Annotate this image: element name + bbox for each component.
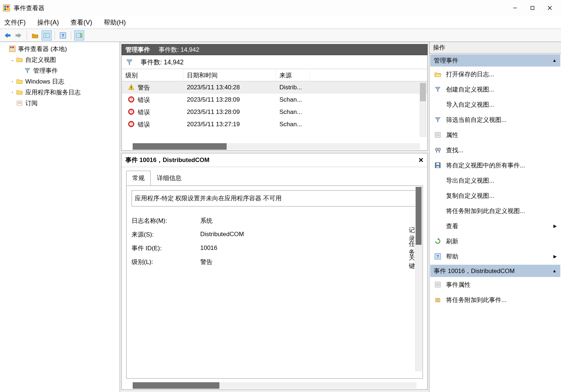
collapse-icon[interactable]: ⌄ — [9, 57, 15, 63]
svg-rect-18 — [80, 33, 82, 38]
action-item[interactable]: 将任务附加到此事件... — [430, 292, 560, 307]
prop-level: 级别(L): 警告 关键 — [132, 255, 417, 269]
action-item[interactable]: 创建自定义视图... — [430, 82, 560, 97]
action-item[interactable]: ?帮助▶ — [430, 249, 560, 264]
svg-text:!: ! — [130, 122, 132, 126]
section-title: 管理事件 — [434, 56, 458, 65]
tree-root[interactable]: 事件查看器 (本地) — [0, 43, 120, 54]
action-label: 复制自定义视图... — [446, 192, 494, 200]
action-item[interactable]: 查找... — [430, 142, 560, 158]
section-title: 事件 10016，DistributedCOM — [434, 267, 515, 275]
action-item[interactable]: 筛选当前自定义视图... — [430, 112, 560, 127]
svg-rect-12 — [16, 34, 19, 37]
row-date: 2023/5/11 13:40:28 — [183, 84, 276, 91]
toolbar: ? — [0, 29, 561, 42]
svg-text:?: ? — [436, 254, 439, 259]
action-label: 创建自定义视图... — [446, 85, 494, 94]
back-button[interactable] — [2, 30, 12, 41]
action-item[interactable]: 打开保存的日志... — [430, 67, 560, 82]
forward-button[interactable] — [14, 30, 24, 41]
detail-description: 应用程序-特定 权限设置并未向在应用程序容器 不可用 — [132, 190, 417, 206]
action-item[interactable]: 查看▶ — [430, 218, 560, 234]
tab-general[interactable]: 常规 — [126, 171, 151, 186]
folder-open-icon — [434, 70, 442, 78]
menu-view[interactable]: 查看(V) — [69, 17, 94, 27]
event-row[interactable]: !错误2023/5/11 13:28:09Schan... — [122, 106, 427, 118]
event-row[interactable]: !错误2023/5/11 13:28:09Schan... — [122, 94, 427, 106]
filter-row: 事件数: 14,942 — [122, 55, 427, 69]
collapse-icon: ▲ — [552, 268, 557, 273]
row-date: 2023/5/11 13:27:19 — [183, 121, 276, 128]
help-icon[interactable]: ? — [58, 30, 68, 41]
blank — [2, 46, 8, 52]
action-item[interactable]: 导出自定义视图... — [430, 173, 560, 188]
action-label: 筛选当前自定义视图... — [446, 116, 506, 124]
tree-app-service-logs[interactable]: › 应用程序和服务日志 — [0, 87, 120, 98]
action-label: 查找... — [446, 146, 463, 154]
menu-file[interactable]: 文件(F) — [3, 17, 27, 27]
maximize-button[interactable] — [524, 2, 541, 14]
console-tree-icon[interactable] — [42, 30, 52, 41]
col-level[interactable]: 级别 — [122, 69, 183, 81]
find-icon — [434, 146, 442, 154]
tree-admin-events[interactable]: 管理事件 — [0, 65, 120, 76]
row-source: Schan... — [276, 108, 310, 116]
detail-title: 事件 10016，DistributedCOM — [125, 156, 209, 164]
col-source[interactable]: 来源 — [276, 69, 310, 81]
tree-label: 订阅 — [25, 99, 38, 107]
actions-section-2[interactable]: 事件 10016，DistributedCOM ▲ — [430, 265, 560, 277]
event-detail: 事件 10016，DistributedCOM ✕ 常规 详细信息 应用程序-特… — [121, 153, 428, 390]
blank-icon — [434, 207, 442, 215]
vertical-scrollbar[interactable] — [420, 83, 426, 137]
svg-rect-4 — [7, 8, 9, 10]
svg-text:?: ? — [61, 33, 64, 38]
tree-custom-views[interactable]: ⌄ 自定义视图 — [0, 54, 120, 65]
filter-icon — [24, 67, 31, 74]
action-item[interactable]: 复制自定义视图... — [430, 188, 560, 203]
tree-panel: 事件查看器 (本地) ⌄ 自定义视图 管理事件 › Windows 日志 › 应… — [0, 42, 120, 392]
tree-label: Windows 日志 — [25, 77, 64, 86]
event-row[interactable]: !警告2023/5/11 13:40:28Distrib... — [122, 81, 427, 94]
save-icon — [434, 161, 442, 169]
row-level: 错误 — [138, 96, 150, 104]
action-item[interactable]: 事件属性 — [430, 277, 560, 292]
action-item[interactable]: 将任务附加到此自定义视图... — [430, 203, 560, 218]
svg-rect-23 — [17, 101, 22, 105]
show-action-pane-icon[interactable] — [74, 30, 84, 41]
svg-rect-1 — [4, 6, 6, 8]
action-label: 刷新 — [446, 237, 458, 246]
action-item[interactable]: 导入自定义视图... — [430, 97, 560, 112]
open-folder-icon[interactable] — [30, 30, 40, 41]
expand-icon[interactable]: › — [9, 89, 15, 95]
detail-horizontal-scrollbar[interactable] — [133, 382, 416, 389]
tree-windows-logs[interactable]: › Windows 日志 — [0, 76, 120, 87]
minimize-button[interactable] — [507, 2, 523, 14]
action-item[interactable]: 将自定义视图中的所有事件... — [430, 158, 560, 173]
tree-subscriptions[interactable]: 订阅 — [0, 98, 120, 108]
action-label: 打开保存的日志... — [446, 70, 494, 78]
folder-icon — [16, 56, 23, 63]
horizontal-scrollbar[interactable] — [133, 143, 420, 150]
menu-help[interactable]: 帮助(H) — [102, 17, 127, 27]
refresh-icon — [434, 237, 442, 245]
folder-icon — [16, 89, 23, 96]
actions-section-1[interactable]: 管理事件 ▲ — [430, 54, 560, 67]
prop-label: 事件 ID(E): — [132, 244, 200, 252]
prop-eventid: 事件 ID(E): 10016 任务 — [132, 241, 417, 255]
detail-vertical-scrollbar[interactable] — [415, 187, 422, 371]
col-date[interactable]: 日期和时间 — [183, 69, 276, 81]
tab-details[interactable]: 详细信息 — [151, 171, 188, 186]
actions-list-1: 打开保存的日志...创建自定义视图...导入自定义视图...筛选当前自定义视图.… — [429, 67, 561, 264]
svg-text:!: ! — [130, 97, 132, 102]
expand-icon[interactable]: › — [9, 78, 15, 84]
action-item[interactable]: 属性 — [430, 127, 560, 142]
prop-value: 警告 — [200, 258, 283, 266]
row-level: 警告 — [138, 84, 150, 92]
event-row[interactable]: !错误2023/5/11 13:27:19Schan... — [122, 118, 427, 131]
action-item[interactable]: 刷新 — [430, 234, 560, 249]
close-detail-button[interactable]: ✕ — [418, 156, 424, 164]
detail-body: 应用程序-特定 权限设置并未向在应用程序容器 不可用 日志名称(M): 系统 来… — [126, 186, 423, 379]
menu-action[interactable]: 操作(A) — [36, 17, 60, 27]
filter-icon[interactable] — [125, 58, 133, 66]
close-button[interactable] — [541, 2, 558, 14]
